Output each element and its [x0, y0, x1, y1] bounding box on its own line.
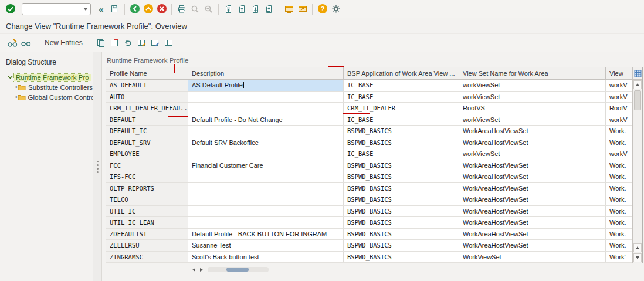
cell-description[interactable]: [188, 92, 344, 103]
enter-icon[interactable]: [4, 2, 17, 16]
cell-profile[interactable]: DEFAULT_IC: [106, 126, 188, 137]
cell-description[interactable]: [188, 126, 344, 137]
cell-profile[interactable]: CRM_IT_DEALER_DEFAU..: [106, 103, 188, 114]
cell-viewset[interactable]: WorkAreaHostViewSet: [459, 217, 606, 228]
find-icon[interactable]: [188, 2, 202, 16]
cell-description[interactable]: [188, 103, 344, 114]
cell-description[interactable]: [188, 206, 344, 217]
cell-viewset[interactable]: WorkViewSet: [459, 252, 606, 263]
cell-profile[interactable]: UTIL_IC: [106, 206, 188, 217]
cell-view[interactable]: workV: [606, 92, 632, 103]
cell-viewset[interactable]: workViewSet: [459, 80, 606, 91]
display-change-icon[interactable]: [6, 36, 19, 50]
cell-view[interactable]: Work.: [606, 137, 632, 148]
cell-bsp[interactable]: BSPWD_BASICS: [344, 126, 459, 137]
cell-view[interactable]: Work.: [606, 160, 632, 171]
vertical-scrollbar[interactable]: [632, 67, 642, 263]
cell-description[interactable]: [188, 183, 344, 194]
cell-bsp[interactable]: BSPWD_BASICS: [344, 171, 459, 182]
find-next-icon[interactable]: [202, 2, 215, 16]
cell-profile[interactable]: DEFAULT_SRV: [106, 137, 188, 148]
table-pencil-icon-2[interactable]: [148, 36, 162, 50]
tree-item-substitute-controllers[interactable]: • Substitute Controllers: [6, 82, 93, 92]
cell-description[interactable]: Default SRV Backoffice: [188, 137, 344, 148]
cancel-icon[interactable]: [155, 2, 168, 16]
cell-view[interactable]: Work.: [606, 240, 632, 251]
cell-profile[interactable]: AS_DEFAULT: [106, 80, 188, 91]
new-session-icon[interactable]: [282, 2, 296, 16]
cell-viewset[interactable]: WorkAreaHostViewSet: [459, 160, 606, 171]
cell-profile[interactable]: IFS-FCC: [106, 171, 188, 182]
save-icon[interactable]: [108, 2, 121, 16]
scroll-down-icon[interactable]: [633, 253, 642, 262]
column-header-bsp-application[interactable]: BSP Application of Work Area View ...: [344, 67, 459, 79]
cell-viewset[interactable]: WorkAreaHostViewSet: [459, 240, 606, 251]
cell-profile[interactable]: ZDEFAULTSI: [106, 229, 188, 240]
copy-entries-icon[interactable]: [94, 36, 108, 50]
cell-viewset[interactable]: workViewSet: [459, 114, 606, 126]
tree-item-global-custom-controllers[interactable]: • Global Custom Contro: [6, 92, 93, 102]
cell-view[interactable]: Work.: [606, 217, 632, 228]
cell-bsp[interactable]: BSPWD_BASICS: [344, 160, 459, 171]
table-settings-icon[interactable]: [633, 67, 642, 80]
cell-viewset[interactable]: WorkAreaHostViewSet: [459, 171, 606, 182]
command-input[interactable]: [23, 5, 83, 12]
cell-view[interactable]: Work.: [606, 194, 632, 205]
help-icon[interactable]: ?: [316, 2, 329, 16]
cell-viewset[interactable]: WorkAreaHostViewSet: [459, 194, 606, 205]
column-header-description[interactable]: Description: [188, 67, 344, 79]
delete-entries-icon[interactable]: [108, 36, 121, 50]
cell-view[interactable]: workV: [606, 114, 632, 126]
scrollbar-track[interactable]: [208, 267, 269, 272]
cell-profile[interactable]: ZELLERSU: [106, 240, 188, 251]
back-stack-icon[interactable]: «: [94, 2, 108, 16]
exit-icon[interactable]: [141, 2, 155, 16]
cell-bsp[interactable]: BSPWD_BASICS: [344, 137, 459, 148]
cell-profile[interactable]: EMPLOYEE: [106, 148, 188, 160]
cell-viewset[interactable]: workViewSet: [459, 92, 606, 103]
cell-profile[interactable]: OLTP_REPORTS: [106, 183, 188, 194]
cell-description[interactable]: Default Profile - BACK BUTTON FOR INGRAM: [188, 229, 344, 240]
print-icon[interactable]: [175, 2, 188, 16]
chevron-down-icon[interactable]: [83, 8, 88, 11]
table-icon[interactable]: [162, 36, 175, 50]
cell-bsp[interactable]: IC_BASE: [344, 114, 459, 126]
column-header-view[interactable]: View: [606, 67, 632, 79]
scrollbar-track[interactable]: [633, 111, 642, 243]
cell-bsp[interactable]: IC_BASE: [344, 148, 459, 160]
new-entries-button[interactable]: New Entries: [39, 37, 89, 49]
cell-view[interactable]: workV: [606, 80, 632, 91]
cell-viewset[interactable]: RootVS: [459, 103, 606, 114]
create-shortcut-icon[interactable]: [296, 2, 309, 16]
cell-description[interactable]: Susanne Test: [188, 240, 344, 251]
cell-profile[interactable]: TELCO: [106, 194, 188, 205]
column-header-view-set-name[interactable]: View Set Name for Work Area: [459, 67, 606, 79]
display-glasses-icon[interactable]: [19, 36, 33, 50]
cell-viewset[interactable]: WorkAreaHostViewSet: [459, 126, 606, 137]
panel-splitter[interactable]: [93, 52, 102, 281]
cell-view[interactable]: Work.: [606, 183, 632, 194]
cell-profile[interactable]: UTIL_IC_LEAN: [106, 217, 188, 228]
cell-view[interactable]: RootV: [606, 103, 632, 114]
scroll-left-icon[interactable]: [190, 266, 198, 273]
tree-item-runtime-framework-profile[interactable]: Runtime Framework Pro: [6, 72, 93, 82]
cell-bsp[interactable]: BSPWD_BASICS: [344, 240, 459, 251]
cell-view[interactable]: Work.: [606, 171, 632, 182]
splitter-grip-icon[interactable]: [97, 161, 99, 173]
cell-description[interactable]: AS Default Profile: [188, 80, 344, 91]
cell-viewset[interactable]: WorkAreaHostViewSet: [459, 206, 606, 217]
cell-view[interactable]: Work': [606, 252, 632, 263]
back-icon[interactable]: [128, 2, 141, 16]
cell-bsp[interactable]: CRM_IT_DEALER: [344, 103, 459, 114]
cell-bsp[interactable]: BSPWD_BASICS: [344, 183, 459, 194]
column-header-profile-name[interactable]: Profile Name: [106, 67, 188, 79]
cell-bsp[interactable]: BSPWD_BASICS: [344, 206, 459, 217]
cell-description[interactable]: Scott's Back button test: [188, 252, 344, 263]
last-page-icon[interactable]: [262, 2, 276, 16]
cell-description[interactable]: [188, 148, 344, 160]
cell-viewset[interactable]: WorkAreaHostViewSet: [459, 137, 606, 148]
first-page-icon[interactable]: [222, 2, 235, 16]
cell-viewset[interactable]: WorkAreaHostViewSet: [459, 183, 606, 194]
cell-description[interactable]: Financial Customer Care: [188, 160, 344, 171]
cell-bsp[interactable]: BSPWD_BASICS: [344, 229, 459, 240]
